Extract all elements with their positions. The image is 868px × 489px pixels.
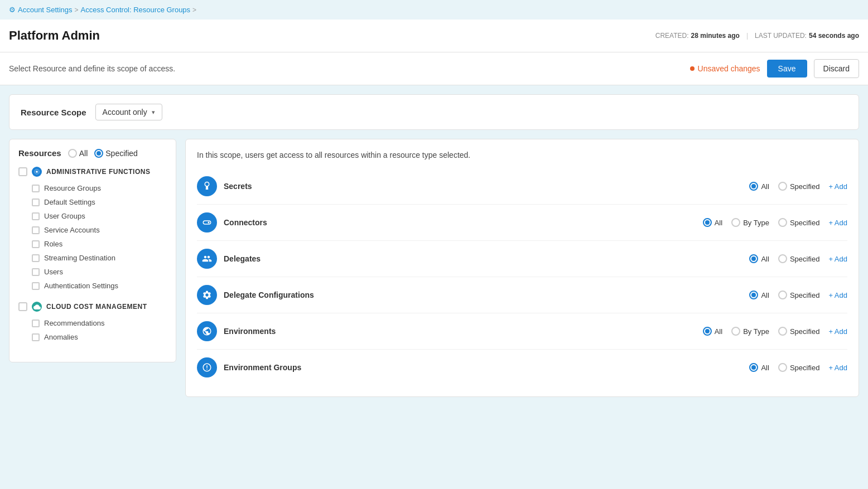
delegates-icon <box>197 249 217 269</box>
connectors-all-radio[interactable]: All <box>703 218 722 227</box>
env-groups-name: Environment Groups <box>224 363 742 372</box>
breadcrumb-section[interactable]: Access Control: Resource Groups <box>81 6 191 14</box>
delegates-name: Delegates <box>224 254 742 263</box>
cloud-cost-icon <box>32 302 42 312</box>
delegate-config-icon <box>197 285 217 305</box>
resources-title: Resources <box>18 148 61 158</box>
connectors-by-type-radio-circle <box>731 218 740 227</box>
env-groups-add-link[interactable]: + Add <box>828 364 847 372</box>
item-checkbox-resource-groups[interactable] <box>32 185 40 192</box>
item-checkbox-default-settings[interactable] <box>32 198 40 206</box>
environments-controls: All By Type Specified + Add <box>703 327 847 336</box>
delegates-specified-radio-circle <box>778 254 787 263</box>
list-item: Streaming Destination <box>32 251 167 265</box>
left-panel-header: Resources All Specified <box>18 148 167 158</box>
connectors-specified-radio[interactable]: Specified <box>778 218 819 227</box>
secrets-add-link[interactable]: + Add <box>828 182 847 191</box>
list-item: Default Settings <box>32 195 167 209</box>
two-panel: Resources All Specified <box>9 139 859 397</box>
environments-name: Environments <box>224 327 696 336</box>
save-button[interactable]: Save <box>767 60 807 78</box>
connectors-specified-radio-circle <box>778 218 787 227</box>
created-meta: CREATED: 28 minutes ago <box>655 32 740 40</box>
scope-dropdown[interactable]: Account only ▾ <box>95 104 162 120</box>
environments-specified-radio[interactable]: Specified <box>778 327 819 336</box>
admin-functions-icon <box>32 167 42 177</box>
connectors-add-link[interactable]: + Add <box>828 219 847 227</box>
delegates-add-link[interactable]: + Add <box>828 255 847 263</box>
breadcrumb-separator-1: > <box>75 6 79 14</box>
environments-all-radio[interactable]: All <box>703 327 722 336</box>
item-checkbox-roles[interactable] <box>32 240 40 248</box>
page-header: Platform Admin CREATED: 28 minutes ago |… <box>0 20 868 52</box>
item-checkbox-service-accounts[interactable] <box>32 226 40 234</box>
item-checkbox-streaming-destination[interactable] <box>32 254 40 262</box>
list-item: Authentication Settings <box>32 279 167 293</box>
env-groups-all-radio[interactable]: All <box>749 363 769 372</box>
section-admin-functions: ADMINISTRATIVE FUNCTIONS Resource Groups… <box>18 167 167 293</box>
delegate-config-specified-radio[interactable]: Specified <box>778 291 819 299</box>
radio-all-circle <box>68 149 77 158</box>
resource-row-env-groups: Environment Groups All Specified + Add <box>197 350 847 385</box>
item-checkbox-anomalies[interactable] <box>32 333 40 341</box>
environments-icon <box>197 321 217 341</box>
action-bar: Select Resource and define its scope of … <box>0 52 868 85</box>
list-item: Users <box>32 265 167 279</box>
section-admin-items: Resource Groups Default Settings User Gr… <box>18 181 167 293</box>
list-item: Recommendations <box>32 316 167 330</box>
environments-add-link[interactable]: + Add <box>828 327 847 336</box>
connectors-all-radio-circle <box>703 218 712 227</box>
item-checkbox-recommendations[interactable] <box>32 319 40 327</box>
breadcrumb: ⚙ Account Settings > Access Control: Res… <box>0 0 868 20</box>
delegate-config-all-radio[interactable]: All <box>749 291 769 299</box>
delegates-specified-radio[interactable]: Specified <box>778 254 819 263</box>
connectors-name: Connectors <box>224 218 696 227</box>
secrets-all-radio[interactable]: All <box>749 182 769 191</box>
secrets-icon <box>197 176 217 196</box>
delegates-all-radio[interactable]: All <box>749 254 769 263</box>
delegate-config-all-radio-circle <box>749 291 758 299</box>
discard-button[interactable]: Discard <box>814 59 859 78</box>
connectors-controls: All By Type Specified + Add <box>703 218 847 227</box>
delegate-config-controls: All Specified + Add <box>749 291 847 299</box>
section-admin-name: ADMINISTRATIVE FUNCTIONS <box>46 168 150 176</box>
action-bar-description: Select Resource and define its scope of … <box>9 64 175 73</box>
radio-specified[interactable]: Specified <box>94 149 138 158</box>
list-item: Service Accounts <box>32 223 167 237</box>
secrets-specified-radio-circle <box>778 182 787 191</box>
section-cloud-name: CLOUD COST MANAGEMENT <box>46 303 147 311</box>
radio-all[interactable]: All <box>68 149 88 158</box>
right-panel: In this scope, users get access to all r… <box>185 139 859 397</box>
env-groups-specified-radio-circle <box>778 363 787 372</box>
resource-scope-bar: Resource Scope Account only ▾ <box>9 94 859 130</box>
section-admin-checkbox[interactable] <box>18 167 27 176</box>
item-checkbox-auth-settings[interactable] <box>32 282 40 290</box>
header-meta: CREATED: 28 minutes ago | LAST UPDATED: … <box>655 32 859 40</box>
resources-radio-group: All Specified <box>68 149 138 158</box>
environments-all-radio-circle <box>703 327 712 336</box>
radio-specified-circle <box>94 149 103 158</box>
section-cloud-checkbox[interactable] <box>18 302 27 311</box>
connectors-by-type-radio[interactable]: By Type <box>731 218 769 227</box>
env-groups-controls: All Specified + Add <box>749 363 847 372</box>
delegate-config-add-link[interactable]: + Add <box>828 291 847 299</box>
env-groups-specified-radio[interactable]: Specified <box>778 363 819 372</box>
item-checkbox-user-groups[interactable] <box>32 212 40 220</box>
gear-icon: ⚙ <box>9 6 16 14</box>
breadcrumb-root[interactable]: ⚙ Account Settings <box>9 6 73 14</box>
resource-row-delegate-config: Delegate Configurations All Specified + … <box>197 277 847 313</box>
section-cloud-cost: CLOUD COST MANAGEMENT Recommendations An… <box>18 302 167 344</box>
action-bar-right: Unsaved changes Save Discard <box>690 59 859 78</box>
meta-divider: | <box>746 32 748 40</box>
page-title: Platform Admin <box>9 28 100 43</box>
environments-specified-radio-circle <box>778 327 787 336</box>
left-panel: Resources All Specified <box>9 139 176 362</box>
env-groups-all-radio-circle <box>749 363 758 372</box>
item-checkbox-users[interactable] <box>32 268 40 276</box>
resource-row-connectors: Connectors All By Type Specified + Add <box>197 205 847 241</box>
environments-by-type-radio[interactable]: By Type <box>731 327 769 336</box>
secrets-specified-radio[interactable]: Specified <box>778 182 819 191</box>
section-cloud-header: CLOUD COST MANAGEMENT <box>18 302 167 312</box>
delegate-config-specified-radio-circle <box>778 291 787 299</box>
delegates-all-radio-circle <box>749 254 758 263</box>
